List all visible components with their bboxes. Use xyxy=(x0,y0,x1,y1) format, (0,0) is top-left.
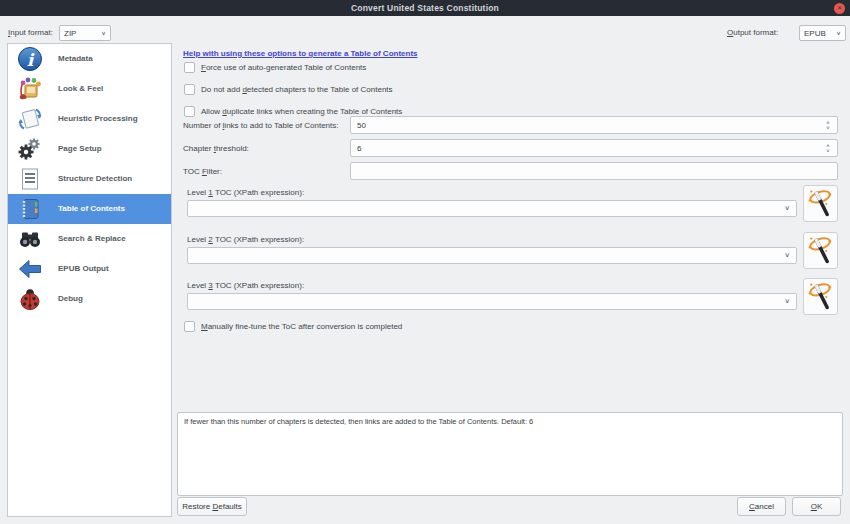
level3-xpath-wizard-button[interactable] xyxy=(803,278,838,315)
chapter-threshold-stepper[interactable]: 6 ∧∨ xyxy=(350,139,838,157)
sidebar-item-page-setup[interactable]: Page Setup xyxy=(8,134,171,164)
chevron-down-icon: ∨ xyxy=(784,298,790,305)
toc-help-link[interactable]: Help with using these options to generat… xyxy=(183,49,418,58)
level1-toc-label: Level 1 TOC (XPath expression): xyxy=(187,188,304,197)
spinner-arrows-icon[interactable]: ∧∨ xyxy=(822,141,834,155)
heuristic-processing-icon xyxy=(17,106,43,132)
structure-detection-icon xyxy=(17,166,43,192)
no-detected-chapters-row: Do not add detected chapters to the Tabl… xyxy=(184,84,393,95)
look-feel-icon xyxy=(17,76,43,102)
debug-icon xyxy=(17,286,43,312)
search-replace-icon xyxy=(17,226,43,252)
level3-toc-combobox[interactable]: ∨ xyxy=(187,293,797,310)
context-help-box: If fewer than this number of chapters is… xyxy=(177,412,843,496)
sidebar-item-structure-detection[interactable]: Structure Detection xyxy=(8,164,171,194)
force-auto-toc-checkbox[interactable] xyxy=(184,62,195,73)
toc-filter-label: TOC Filter: xyxy=(183,167,222,176)
sidebar-item-table-of-contents[interactable]: Table of Contents xyxy=(8,194,171,224)
level3-toc-label: Level 3 TOC (XPath expression): xyxy=(187,281,304,290)
level1-xpath-wizard-button[interactable] xyxy=(803,185,838,222)
chevron-down-icon: ∨ xyxy=(836,30,841,36)
sidebar-item-debug[interactable]: Debug xyxy=(8,284,171,314)
output-format-select[interactable]: EPUB ∨ xyxy=(799,25,846,41)
toc-icon xyxy=(17,196,43,222)
input-format-label: Input format: xyxy=(8,28,53,37)
no-detected-chapters-label: Do not add detected chapters to the Tabl… xyxy=(201,85,393,94)
level2-toc-label: Level 2 TOC (XPath expression): xyxy=(187,235,304,244)
no-detected-chapters-checkbox[interactable] xyxy=(184,84,195,95)
level2-toc-combobox[interactable]: ∨ xyxy=(187,247,797,264)
magic-wand-icon xyxy=(806,234,836,267)
chapter-threshold-label: Chapter threshold: xyxy=(183,144,249,153)
sidebar-item-look-and-feel[interactable]: Look & Feel xyxy=(8,74,171,104)
category-sidebar: i Metadata Look & Feel Heuristic Process… xyxy=(7,43,172,517)
spinner-arrows-icon[interactable]: ∧∨ xyxy=(822,118,834,132)
magic-wand-icon xyxy=(806,187,836,220)
input-format-value: ZIP xyxy=(64,29,76,38)
manual-fine-tune-row: Manually fine-tune the ToC after convers… xyxy=(184,321,402,332)
chevron-down-icon: ∨ xyxy=(784,205,790,212)
chevron-down-icon: ∨ xyxy=(101,30,106,36)
level2-xpath-wizard-button[interactable] xyxy=(803,232,838,269)
manual-fine-tune-checkbox[interactable] xyxy=(184,321,195,332)
sidebar-item-metadata[interactable]: i Metadata xyxy=(8,44,171,74)
input-format-select[interactable]: ZIP ∨ xyxy=(59,25,111,41)
cancel-button[interactable]: Cancel xyxy=(737,497,786,516)
number-of-links-label: Number of links to add to Table of Conte… xyxy=(183,121,339,130)
output-format-label: Output format: xyxy=(727,28,778,37)
manual-fine-tune-label: Manually fine-tune the ToC after convers… xyxy=(201,322,402,331)
toc-filter-input[interactable] xyxy=(350,162,838,180)
magic-wand-icon xyxy=(806,280,836,313)
level1-toc-combobox[interactable]: ∨ xyxy=(187,200,797,217)
dialog-title: Convert United States Constitution xyxy=(351,3,499,13)
sidebar-item-epub-output[interactable]: EPUB Output xyxy=(8,254,171,284)
output-format-value: EPUB xyxy=(804,29,826,38)
allow-duplicate-links-label: Allow duplicate links when creating the … xyxy=(201,107,402,116)
number-of-links-stepper[interactable]: 50 ∧∨ xyxy=(350,116,838,134)
sidebar-item-search-and-replace[interactable]: Search & Replace xyxy=(8,224,171,254)
allow-duplicate-links-checkbox[interactable] xyxy=(184,106,195,117)
sidebar-item-heuristic-processing[interactable]: Heuristic Processing xyxy=(8,104,171,134)
title-bar: Convert United States Constitution × xyxy=(0,0,850,16)
epub-output-icon xyxy=(17,256,43,282)
restore-defaults-button[interactable]: Restore Defaults xyxy=(177,497,247,516)
info-icon: i xyxy=(17,46,43,72)
force-auto-toc-label: Force use of auto-generated Table of Con… xyxy=(201,63,366,72)
page-setup-icon xyxy=(17,136,43,162)
chevron-down-icon: ∨ xyxy=(784,252,790,259)
force-auto-toc-row: Force use of auto-generated Table of Con… xyxy=(184,62,366,73)
close-icon[interactable]: × xyxy=(834,3,845,14)
ok-button[interactable]: OK xyxy=(792,497,841,516)
